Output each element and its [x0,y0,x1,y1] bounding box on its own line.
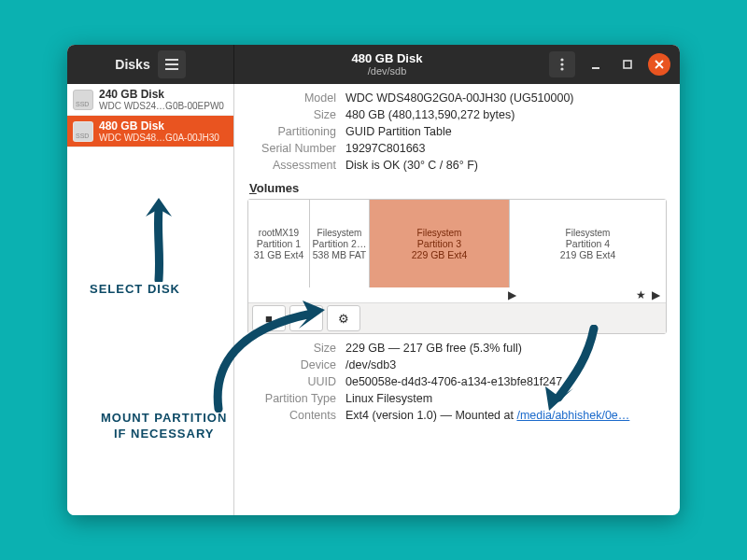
window-close-button[interactable] [648,53,670,76]
stop-icon: ■ [265,312,273,326]
titlebar-disk-name: 480 GB Disk [352,52,423,65]
value-serial: 19297C801663 [345,142,667,155]
gear-icon: ⚙ [338,312,349,326]
window-minimize-button[interactable] [585,53,607,76]
svg-point-0 [560,58,563,61]
disk-sidebar: SSD 240 GB Disk WDC WDS24…G0B-00EPW0 SSD… [67,84,234,515]
label-serial: Serial Number [247,142,336,155]
unmount-button[interactable]: ■ [252,305,286,331]
value-part-uuid: 0e50058e-d4d3-4706-a134-e13bfe81f247 [345,375,667,388]
label-part-type: Partition Type [247,392,336,405]
kebab-icon [560,58,564,71]
value-part-device: /dev/sdb3 [345,358,667,371]
app-title: Disks [115,57,149,72]
titlebar-center: 480 GB Disk /dev/sdb [234,52,540,77]
drive-menu-button[interactable] [549,51,575,77]
svg-point-1 [560,63,563,65]
sidebar-disk-240gb[interactable]: SSD 240 GB Disk WDC WDS24…G0B-00EPW0 [67,84,233,116]
value-partitioning: GUID Partition Table [345,125,667,138]
titlebar: Disks 480 GB Disk /dev/sdb [67,45,680,84]
label-partitioning: Partitioning [247,125,336,138]
titlebar-left: Disks [67,45,234,84]
label-part-size: Size [247,342,336,355]
value-part-contents: Ext4 (version 1.0) — Mounted at /media/a… [345,409,667,422]
volumes-toolbar: ■ − ⚙ [248,302,666,333]
disk-model: WDC WDS48…G0A-00JH30 [99,133,219,143]
volume-partition-2[interactable]: Filesystem Partition 2… 538 MB FAT [310,200,370,287]
sidebar-disk-480gb[interactable]: SSD 480 GB Disk WDC WDS48…G0A-00JH30 [67,116,233,147]
ssd-icon: SSD [73,121,93,142]
value-size: 480 GB (480,113,590,272 bytes) [345,108,667,121]
value-model: WDC WDS480G2G0A-00JH30 (UG510000) [345,91,667,105]
label-part-contents: Contents [247,409,336,422]
nav-right-mid-icon[interactable]: ▶ [508,288,516,301]
mount-point-link[interactable]: /media/abhishek/0e… [516,409,629,422]
value-assessment: Disk is OK (30° C / 86° F) [345,159,667,172]
close-icon [655,60,664,69]
disks-window: Disks 480 GB Disk /dev/sdb [67,45,680,515]
delete-partition-button[interactable]: − [289,305,323,331]
volume-partition-3[interactable]: Filesystem Partition 3 229 GB Ext4 [370,200,510,287]
label-model: Model [247,91,336,105]
value-part-type: Linux Filesystem [345,392,667,405]
volumes-nav-row: ▶ ★ ▶ [248,287,666,302]
volume-partition-1[interactable]: rootMX19 Partition 1 31 GB Ext4 [248,200,310,287]
disk-title: 240 GB Disk [99,88,224,101]
value-part-size: 229 GB — 217 GB free (5.3% full) [345,342,667,355]
main-pane: Model WDC WDS480G2G0A-00JH30 (UG510000) … [234,84,680,515]
hamburger-button[interactable] [158,50,186,78]
nav-right-icon[interactable]: ▶ [652,288,660,301]
svg-point-2 [560,67,563,70]
star-icon[interactable]: ★ [636,288,646,301]
volumes-heading: Volumes [249,181,667,195]
titlebar-device-path: /dev/sdb [368,65,407,77]
window-body: SSD 240 GB Disk WDC WDS24…G0B-00EPW0 SSD… [67,84,680,515]
label-assessment: Assessment [247,159,336,172]
partition-info-grid: Size 229 GB — 217 GB free (5.3% full) De… [247,342,667,422]
partition-options-button[interactable]: ⚙ [327,305,360,331]
disk-model: WDC WDS24…G0B-00EPW0 [99,101,224,111]
maximize-icon [622,59,633,70]
volumes-box: rootMX19 Partition 1 31 GB Ext4 Filesyst… [247,199,667,334]
disk-info-grid: Model WDC WDS480G2G0A-00JH30 (UG510000) … [247,91,667,172]
disk-title: 480 GB Disk [99,119,219,133]
minimize-icon [590,59,601,70]
svg-rect-3 [592,67,599,69]
svg-rect-4 [624,61,631,68]
label-size: Size [247,108,336,121]
volumes-strip: rootMX19 Partition 1 31 GB Ext4 Filesyst… [248,200,666,287]
titlebar-right [540,51,680,77]
label-part-uuid: UUID [247,375,336,388]
ssd-icon: SSD [73,90,93,110]
minus-icon: − [303,312,310,326]
window-maximize-button[interactable] [616,53,639,76]
label-part-device: Device [247,358,336,371]
hamburger-icon [165,59,178,70]
volume-partition-4[interactable]: Filesystem Partition 4 219 GB Ext4 [510,200,666,287]
